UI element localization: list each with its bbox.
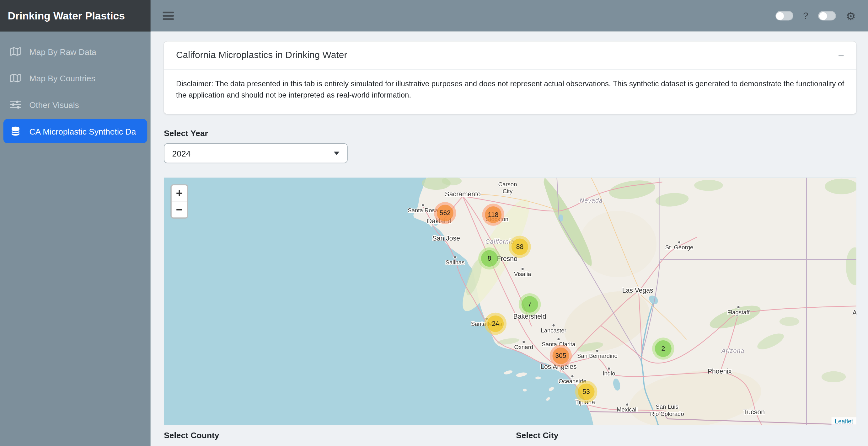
sidebar-toggle-button[interactable] <box>163 10 175 22</box>
map-cluster-marker-24[interactable]: 24 <box>485 313 507 335</box>
year-select[interactable]: 2024 <box>164 144 348 163</box>
cluster-count: 24 <box>487 316 504 332</box>
select-city-label: Select City <box>516 431 868 440</box>
app-stage: Drinking Water Plastics Map By Raw DataM… <box>0 0 868 446</box>
map-cluster-marker-118[interactable]: 118 <box>482 204 504 226</box>
map-icon <box>10 46 22 57</box>
zoom-in-button[interactable]: + <box>172 185 187 201</box>
map-city-dot <box>571 376 574 378</box>
sidebar-item-label: Map By Raw Data <box>29 47 96 56</box>
map-city-dot <box>626 404 628 406</box>
sidebar-item-ca-microplastic-synthetic-data[interactable]: CA Microplastic Synthetic Da <box>3 119 148 144</box>
sidebar-item-map-by-raw-data[interactable]: Map By Raw Data <box>3 39 148 64</box>
map-tiles-graphic <box>164 178 857 425</box>
toggle-knob <box>776 12 784 20</box>
map-attribution: Leaflet <box>832 417 857 425</box>
map-icon <box>10 73 22 83</box>
cluster-count: 88 <box>512 239 528 255</box>
navbar: ? ⚙ <box>151 0 868 32</box>
settings-button[interactable]: ⚙ <box>846 10 856 21</box>
navbar-toggle-1[interactable] <box>775 11 793 21</box>
select-county-label: Select County <box>164 431 516 440</box>
caret-down-icon <box>334 152 340 155</box>
collapse-card-button[interactable]: − <box>838 50 844 61</box>
cluster-count: 562 <box>437 205 454 221</box>
app-title: Drinking Water Plastics <box>0 0 151 32</box>
map-cluster-marker-2[interactable]: 2 <box>652 338 674 360</box>
content-area: California Microplastics in Drinking Wat… <box>151 32 868 446</box>
map-city-dot <box>454 256 456 258</box>
map-city-dot <box>608 368 610 370</box>
map-city-dot <box>422 204 424 206</box>
sidebar-item-label: Other Visuals <box>29 100 79 109</box>
card-title: California Microplastics in Drinking Wat… <box>176 50 347 61</box>
sidebar: Drinking Water Plastics Map By Raw DataM… <box>0 0 151 446</box>
cluster-count: 118 <box>485 206 501 223</box>
card-body: Disclaimer: The data presented in this t… <box>164 70 857 114</box>
year-field: Select Year 2024 <box>164 129 857 163</box>
map-cluster-marker-8[interactable]: 8 <box>478 248 500 270</box>
map-cluster-marker-562[interactable]: 562 <box>434 202 456 224</box>
map-cluster-marker-53[interactable]: 53 <box>575 381 597 403</box>
help-button[interactable]: ? <box>803 10 808 21</box>
map-city-dot <box>553 324 555 326</box>
map-cluster-marker-88[interactable]: 88 <box>509 236 531 258</box>
card-header: California Microplastics in Drinking Wat… <box>164 41 857 70</box>
app-window: Drinking Water Plastics Map By Raw DataM… <box>0 0 868 446</box>
disclaimer-text: Disclaimer: The data presented in this t… <box>176 79 844 101</box>
gear-icon: ⚙ <box>846 10 856 22</box>
cluster-count: 53 <box>578 384 595 400</box>
select-year-label: Select Year <box>164 129 857 138</box>
map-zoom-control: + − <box>170 184 188 219</box>
city-field: Select City <box>516 431 868 440</box>
year-select-value: 2024 <box>172 149 191 158</box>
map-city-dot <box>522 268 524 270</box>
sidebar-item-label: CA Microplastic Synthetic Da <box>29 126 136 136</box>
map-cluster-marker-7[interactable]: 7 <box>519 293 541 316</box>
sidebar-item-other-visuals[interactable]: Other Visuals <box>3 93 148 117</box>
sliders-icon <box>10 100 22 110</box>
cluster-count: 8 <box>481 250 498 267</box>
database-icon <box>10 126 22 136</box>
map-city-dot <box>523 341 525 343</box>
map-city-dot <box>678 242 680 244</box>
toggle-knob <box>819 12 827 20</box>
sidebar-menu: Map By Raw DataMap By CountriesOther Vis… <box>0 32 151 151</box>
zoom-out-button[interactable]: − <box>172 202 187 218</box>
hamburger-icon <box>163 11 174 13</box>
leaflet-attribution-link[interactable]: Leaflet <box>835 418 853 424</box>
navbar-toggle-2[interactable] <box>818 11 836 21</box>
cluster-count: 2 <box>655 340 672 357</box>
map-cluster-marker-305[interactable]: 305 <box>550 345 572 367</box>
cluster-count: 7 <box>522 296 538 313</box>
main-area: ? ⚙ California Microplastics in Drinking… <box>151 0 868 446</box>
cluster-count: 305 <box>553 348 569 364</box>
county-field: Select County <box>164 431 516 440</box>
bottom-filter-labels: Select County Select City <box>164 431 857 440</box>
navbar-controls: ? ⚙ <box>775 10 856 21</box>
map[interactable]: Carson CitySacramentoNevadaSanta RosaSto… <box>164 178 857 425</box>
sidebar-item-label: Map By Countries <box>29 73 95 83</box>
info-card: California Microplastics in Drinking Wat… <box>164 41 857 114</box>
map-city-dot <box>738 306 740 308</box>
map-city-dot <box>596 350 598 352</box>
map-city-dot <box>557 338 560 340</box>
sidebar-item-map-by-countries[interactable]: Map By Countries <box>3 66 148 90</box>
